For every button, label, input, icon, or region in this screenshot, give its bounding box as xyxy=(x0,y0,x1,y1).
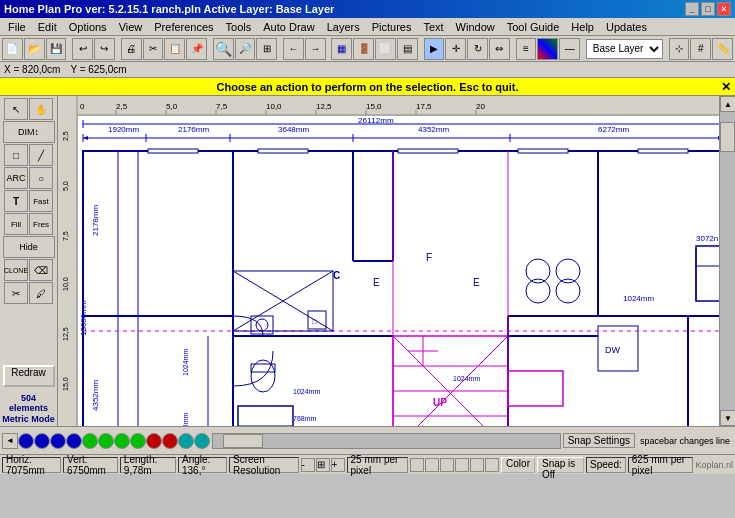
scroll-up-button[interactable]: ▲ xyxy=(720,96,735,112)
color-circle-2[interactable] xyxy=(34,433,50,449)
scroll-down-button[interactable]: ▼ xyxy=(720,410,735,426)
layer-button[interactable]: ≡ xyxy=(516,38,537,60)
wall-button[interactable]: ▦ xyxy=(331,38,352,60)
fill-tool-button[interactable]: Fill xyxy=(4,213,28,235)
window-button[interactable]: ⬜ xyxy=(375,38,396,60)
paste-button[interactable]: 📌 xyxy=(186,38,207,60)
color-circle-5[interactable] xyxy=(82,433,98,449)
menu-options[interactable]: Options xyxy=(63,20,113,34)
color-circle-3[interactable] xyxy=(50,433,66,449)
dimension-tool-button[interactable]: DIM↕ xyxy=(3,121,55,143)
menu-view[interactable]: View xyxy=(113,20,149,34)
line-button[interactable]: — xyxy=(559,38,580,60)
zoom-fit-btn[interactable]: ⊞ xyxy=(316,458,330,472)
window-controls[interactable]: _ □ × xyxy=(685,2,731,16)
menu-toolguide[interactable]: Tool Guide xyxy=(501,20,566,34)
menu-preferences[interactable]: Preferences xyxy=(148,20,219,34)
minimize-button[interactable]: _ xyxy=(685,2,699,16)
color-circle-7[interactable] xyxy=(114,433,130,449)
zoom-out-button[interactable]: 🔎 xyxy=(235,38,256,60)
color-circle-11[interactable] xyxy=(178,433,194,449)
menu-text[interactable]: Text xyxy=(417,20,449,34)
cut-button[interactable]: ✂ xyxy=(143,38,164,60)
svg-text:15,0: 15,0 xyxy=(366,102,382,111)
menu-pictures[interactable]: Pictures xyxy=(366,20,418,34)
scroll-track-vertical[interactable] xyxy=(720,112,735,410)
redraw-button[interactable]: Redraw xyxy=(3,365,55,387)
svg-text:20: 20 xyxy=(476,102,485,111)
zoom-fit-button[interactable]: ⊞ xyxy=(256,38,277,60)
scissors-tool-button[interactable]: ✂ xyxy=(4,282,28,304)
status-message-text: Choose an action to perform on the selec… xyxy=(217,81,519,93)
redo-button[interactable]: ↪ xyxy=(94,38,115,60)
measure-button[interactable]: 📏 xyxy=(712,38,733,60)
snap-settings-button[interactable]: Snap Settings xyxy=(563,433,635,448)
line-tool-button[interactable]: ╱ xyxy=(29,144,53,166)
status-close-button[interactable]: ✕ xyxy=(721,80,731,94)
color-button[interactable]: Color xyxy=(501,457,535,473)
menu-layers[interactable]: Layers xyxy=(321,20,366,34)
color-circle-10[interactable] xyxy=(162,433,178,449)
fres-tool-button[interactable]: Fres xyxy=(29,213,53,235)
text-tool-button[interactable]: T xyxy=(4,190,28,212)
color-circle-6[interactable] xyxy=(98,433,114,449)
color-circle-1[interactable] xyxy=(18,433,34,449)
stair-button[interactable]: ▤ xyxy=(397,38,418,60)
eraser-tool-button[interactable]: ⌫ xyxy=(29,259,53,281)
scroll-left-button[interactable]: ◄ xyxy=(2,433,18,449)
rotate-button[interactable]: ↻ xyxy=(467,38,488,60)
door-button[interactable]: 🚪 xyxy=(353,38,374,60)
svg-text:1024mm: 1024mm xyxy=(293,388,320,395)
menu-window[interactable]: Window xyxy=(450,20,501,34)
clone-tool-button[interactable]: CLONE xyxy=(4,259,28,281)
svg-text:0: 0 xyxy=(80,102,85,111)
arrow-right-button[interactable]: → xyxy=(305,38,326,60)
menu-file[interactable]: File xyxy=(2,20,32,34)
open-button[interactable]: 📂 xyxy=(24,38,45,60)
zoom-in-button[interactable]: 🔍 xyxy=(213,38,234,60)
copy-button[interactable]: 📋 xyxy=(164,38,185,60)
svg-text:768mm: 768mm xyxy=(293,415,317,422)
print-button[interactable]: 🖨 xyxy=(121,38,142,60)
canvas-area[interactable]: 0 2,5 5,0 7,5 10,0 12,5 15,0 17,5 20 xyxy=(58,96,735,426)
circle-tool-button[interactable]: ○ xyxy=(29,167,53,189)
zoom-minus-button[interactable]: - xyxy=(301,458,315,472)
maximize-button[interactable]: □ xyxy=(701,2,715,16)
move-button[interactable]: ✛ xyxy=(445,38,466,60)
menu-updates[interactable]: Updates xyxy=(600,20,653,34)
drawing-canvas[interactable]: 1920mm 2176mm 3648mm 4352mm 6272mm 26112… xyxy=(78,116,735,426)
pan-tool-button[interactable]: ✋ xyxy=(29,98,53,120)
close-button[interactable]: × xyxy=(717,2,731,16)
color-circle-4[interactable] xyxy=(66,433,82,449)
dropper-tool-button[interactable]: 🖊 xyxy=(29,282,53,304)
select-tool-button[interactable]: ↖ xyxy=(4,98,28,120)
select-button[interactable]: ▶ xyxy=(424,38,445,60)
res-icon-5 xyxy=(470,458,484,472)
color-circle-9[interactable] xyxy=(146,433,162,449)
hide-tool-button[interactable]: Hide xyxy=(3,236,55,258)
layer-select[interactable]: Base Layer xyxy=(586,39,663,59)
snap-off-button[interactable]: Snap is Off xyxy=(537,457,584,473)
res-icon-6 xyxy=(485,458,499,472)
snap-button[interactable]: ⊹ xyxy=(669,38,690,60)
svg-text:C: C xyxy=(333,270,340,281)
save-button[interactable]: 💾 xyxy=(46,38,67,60)
menu-autodraw[interactable]: Auto Draw xyxy=(257,20,320,34)
grid-button[interactable]: # xyxy=(690,38,711,60)
menu-tools[interactable]: Tools xyxy=(220,20,258,34)
arc-tool-button[interactable]: ARC xyxy=(4,167,28,189)
scroll-track-horizontal[interactable] xyxy=(212,433,561,449)
new-button[interactable]: 📄 xyxy=(2,38,23,60)
color-button[interactable] xyxy=(537,38,558,60)
fast-tool-button[interactable]: Fast xyxy=(29,190,53,212)
arrow-left-button[interactable]: ← xyxy=(283,38,304,60)
menu-help[interactable]: Help xyxy=(565,20,600,34)
color-circle-12[interactable] xyxy=(194,433,210,449)
undo-button[interactable]: ↩ xyxy=(72,38,93,60)
menu-edit[interactable]: Edit xyxy=(32,20,63,34)
zoom-plus-button[interactable]: + xyxy=(331,458,345,472)
vertical-scrollbar[interactable]: ▲ ▼ xyxy=(719,96,735,426)
mirror-button[interactable]: ⇔ xyxy=(489,38,510,60)
color-circle-8[interactable] xyxy=(130,433,146,449)
rectangle-tool-button[interactable]: □ xyxy=(4,144,28,166)
